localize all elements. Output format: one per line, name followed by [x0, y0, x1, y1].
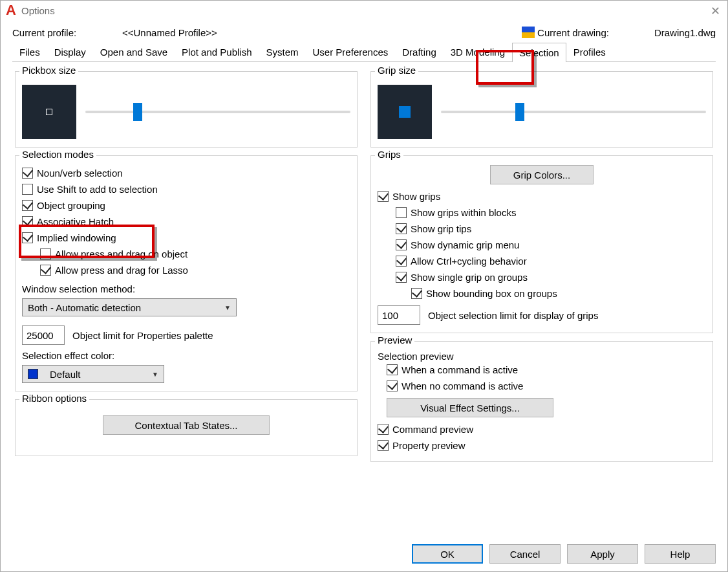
label-dynamic-grip-menu: Show dynamic grip menu [411, 239, 519, 250]
checkbox-bbox-groups[interactable] [411, 288, 422, 299]
pickbox-preview [22, 85, 76, 139]
checkbox-property-preview[interactable] [378, 440, 389, 451]
object-limit-label: Object limit for Properties palette [72, 330, 213, 341]
left-column: Pickbox size Selection modes Noun/verb [15, 71, 358, 470]
dropdown-value: Both - Automatic detection [28, 302, 141, 313]
object-limit-input[interactable]: 25000 [22, 325, 65, 345]
ok-button[interactable]: OK [412, 544, 483, 564]
titlebar: A Options ✕ [1, 1, 727, 24]
tab-plot-and-publish[interactable]: Plot and Publish [175, 42, 259, 61]
label-associative-hatch: Associative Hatch [37, 216, 114, 227]
tab-open-and-save[interactable]: Open and Save [93, 42, 175, 61]
chevron-down-icon: ▼ [224, 304, 231, 311]
chevron-down-icon: ▼ [152, 371, 158, 378]
grip-preview [378, 85, 432, 139]
label-property-preview: Property preview [392, 440, 466, 451]
options-dialog: A Options ✕ Current profile: <<Unnamed P… [0, 0, 728, 572]
tab-user-preferences[interactable]: User Preferences [306, 42, 396, 61]
label-implied-windowing: Implied windowing [37, 232, 116, 243]
dropdown-value: Default [50, 369, 81, 380]
label-command-preview: Command preview [392, 424, 473, 435]
pickbox-size-slider[interactable] [85, 105, 350, 118]
visual-effect-settings-button[interactable]: Visual Effect Settings... [387, 398, 553, 417]
label-when-command-active: When a command is active [401, 364, 518, 375]
checkbox-when-no-command[interactable] [387, 380, 398, 391]
selection-modes-title: Selection modes [19, 149, 96, 160]
selection-preview-label: Selection preview [378, 351, 706, 362]
checkbox-show-grips[interactable] [378, 191, 389, 202]
profile-row: Current profile: <<Unnamed Profile>> Cur… [1, 24, 727, 42]
pickbox-size-group: Pickbox size [15, 71, 358, 148]
grip-selection-limit-input[interactable]: 100 [378, 305, 420, 325]
checkbox-single-grip-groups[interactable] [396, 272, 407, 283]
label-noun-verb: Noun/verb selection [37, 168, 123, 179]
tab-files[interactable]: Files [12, 42, 47, 61]
current-profile-label: Current profile: [12, 27, 122, 38]
current-drawing-label: Current drawing: [537, 27, 609, 38]
checkbox-press-drag-object[interactable] [40, 248, 51, 259]
current-profile-value: <<Unnamed Profile>> [122, 27, 217, 38]
dialog-button-row: OK Cancel Apply Help [412, 544, 716, 564]
label-shift-add: Use Shift to add to selection [37, 184, 158, 195]
checkbox-implied-windowing[interactable] [22, 232, 33, 243]
checkbox-shift-add[interactable] [22, 184, 33, 195]
right-column: Grip size Grips Grip Colors... [370, 71, 713, 470]
checkbox-associative-hatch[interactable] [22, 216, 33, 227]
grips-group: Grips Grip Colors... Show grips Show gri… [370, 155, 713, 333]
drawing-file-icon [522, 27, 535, 38]
pickbox-square-icon [46, 109, 52, 115]
pickbox-size-title: Pickbox size [19, 65, 78, 76]
grip-size-slider[interactable] [441, 105, 706, 118]
selection-effect-color-label: Selection effect color: [22, 350, 350, 361]
label-when-no-command: When no command is active [401, 380, 523, 391]
label-ctrl-cycling: Allow Ctrl+cycling behavior [411, 256, 527, 267]
checkbox-command-preview[interactable] [378, 424, 389, 435]
checkbox-when-command-active[interactable] [387, 364, 398, 375]
window-title: Options [21, 5, 55, 16]
content-area: Pickbox size Selection modes Noun/verb [1, 62, 727, 479]
label-bbox-groups: Show bounding box on groups [426, 288, 557, 299]
grip-square-icon [399, 106, 411, 118]
label-grips-within-blocks: Show grips within blocks [411, 207, 516, 218]
label-single-grip-groups: Show single grip on groups [411, 272, 528, 283]
grip-selection-limit-label: Object selection limit for display of gr… [428, 310, 598, 321]
autocad-app-icon: A [6, 5, 17, 16]
label-press-drag-object: Allow press and drag on object [55, 248, 187, 259]
grip-size-title: Grip size [375, 65, 418, 76]
label-show-grips: Show grips [392, 191, 440, 202]
contextual-tab-states-button[interactable]: Contextual Tab States... [103, 415, 270, 435]
tab-strip: Files Display Open and Save Plot and Pub… [12, 42, 716, 62]
grips-title: Grips [375, 149, 403, 160]
selection-effect-color-dropdown[interactable]: Default ▼ [22, 365, 164, 383]
label-grip-tips: Show grip tips [411, 223, 471, 234]
window-selection-method-dropdown[interactable]: Both - Automatic detection ▼ [22, 298, 237, 316]
checkbox-dynamic-grip-menu[interactable] [396, 239, 407, 250]
tab-display[interactable]: Display [47, 42, 93, 61]
ribbon-options-title: Ribbon options [19, 393, 89, 404]
close-icon[interactable]: ✕ [705, 2, 725, 20]
color-swatch-icon [28, 369, 38, 379]
ribbon-options-group: Ribbon options Contextual Tab States... [15, 399, 358, 456]
help-button[interactable]: Help [645, 544, 716, 564]
checkbox-grip-tips[interactable] [396, 223, 407, 234]
tab-selection[interactable]: Selection [512, 43, 566, 62]
grip-size-group: Grip size [370, 71, 713, 148]
checkbox-noun-verb[interactable] [22, 168, 33, 179]
selection-modes-group: Selection modes Noun/verb selection Use … [15, 155, 358, 391]
checkbox-object-grouping[interactable] [22, 200, 33, 211]
window-selection-method-label: Window selection method: [22, 283, 350, 294]
tab-3d-modeling[interactable]: 3D Modeling [444, 42, 512, 61]
checkbox-grips-within-blocks[interactable] [396, 207, 407, 218]
checkbox-press-drag-lasso[interactable] [40, 265, 51, 276]
apply-button[interactable]: Apply [567, 544, 638, 564]
checkbox-ctrl-cycling[interactable] [396, 256, 407, 267]
preview-group: Preview Selection preview When a command… [370, 341, 713, 462]
tab-drafting[interactable]: Drafting [395, 42, 444, 61]
label-press-drag-lasso: Allow press and drag for Lasso [55, 265, 188, 276]
label-object-grouping: Object grouping [37, 200, 105, 211]
tab-profiles[interactable]: Profiles [566, 42, 613, 61]
current-drawing-value: Drawing1.dwg [654, 27, 716, 38]
cancel-button[interactable]: Cancel [489, 544, 561, 564]
tab-system[interactable]: System [259, 42, 306, 61]
grip-colors-button[interactable]: Grip Colors... [490, 165, 594, 184]
